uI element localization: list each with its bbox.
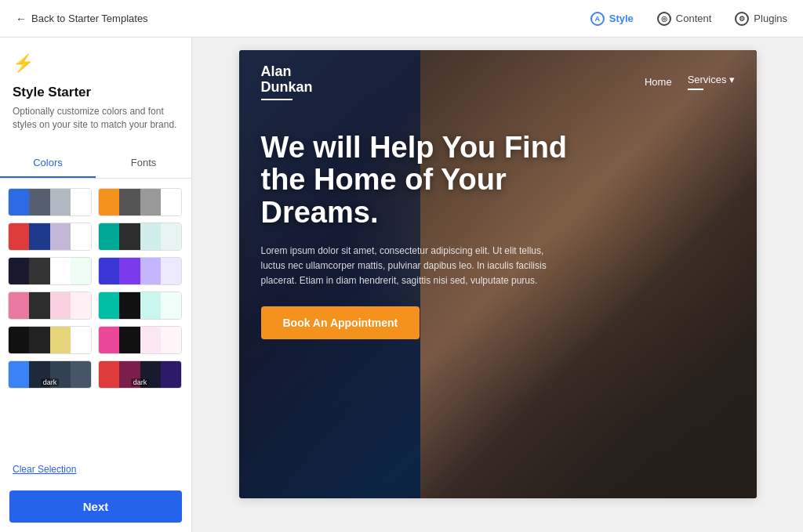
palette-5[interactable]	[8, 257, 92, 285]
nav-underline	[688, 89, 703, 90]
palette-row-6: dark dark	[8, 360, 183, 389]
palette-row-4	[8, 291, 183, 320]
top-navigation: ← Back to Starter Templates A Style ◎ Co…	[0, 0, 803, 38]
services-chevron-icon: ▾	[729, 74, 735, 85]
color-palettes-grid: dark dark	[0, 179, 191, 461]
sidebar-header: ⚡ Style Starter Optionally customize col…	[0, 38, 191, 139]
back-label: Back to Starter Templates	[31, 13, 148, 24]
palette-6[interactable]	[98, 257, 182, 285]
palette-row-5	[8, 326, 183, 354]
palette-row-3	[8, 257, 183, 285]
sidebar-tabs: Colors Fonts	[0, 149, 191, 179]
site-brand-line2: Dunkan	[261, 80, 313, 96]
hero-title: We will Help You Find the Home of Your D…	[261, 132, 598, 230]
content-tab-label: Content	[676, 13, 712, 24]
site-brand: Alan Dunkan	[261, 64, 313, 100]
nav-home-link[interactable]: Home	[645, 76, 672, 88]
dark-label-1: dark	[41, 378, 60, 386]
site-hero: We will Help You Find the Home of Your D…	[239, 108, 757, 339]
sidebar: ⚡ Style Starter Optionally customize col…	[0, 38, 192, 532]
style-tab-label: Style	[609, 13, 634, 24]
cta-button[interactable]: Book An Appointment	[261, 306, 420, 339]
tab-plugins[interactable]: ⚙ Plugins	[735, 12, 787, 26]
back-arrow-icon: ←	[16, 13, 27, 25]
palette-row-1	[8, 188, 183, 216]
site-brand-line1: Alan	[261, 64, 313, 80]
hero-body: Lorem ipsum dolor sit amet, consectetur …	[261, 244, 559, 289]
palette-row-2	[8, 223, 183, 251]
fonts-tab[interactable]: Fonts	[96, 149, 191, 178]
logo-icon: ⚡	[13, 53, 34, 73]
next-button[interactable]: Next	[9, 490, 182, 523]
colors-tab[interactable]: Colors	[0, 149, 96, 178]
palette-8[interactable]	[98, 291, 182, 320]
top-nav-tabs: A Style ◎ Content ⚙ Plugins	[590, 12, 787, 26]
tab-content[interactable]: ◎ Content	[657, 12, 712, 26]
sidebar-logo: ⚡	[13, 53, 179, 74]
site-preview: Alan Dunkan Home Services ▾	[239, 50, 757, 498]
palette-dark-1[interactable]: dark	[8, 360, 92, 389]
palette-3[interactable]	[8, 223, 92, 251]
site-navigation: Alan Dunkan Home Services ▾	[239, 50, 757, 108]
dark-label-2: dark	[131, 378, 150, 386]
sidebar-description: Optionally customize colors and font sty…	[13, 105, 179, 132]
sidebar-title: Style Starter	[13, 85, 179, 100]
plugins-tab-label: Plugins	[754, 13, 787, 24]
palette-10[interactable]	[98, 326, 182, 354]
palette-1[interactable]	[8, 188, 92, 216]
palette-2[interactable]	[98, 188, 182, 216]
palette-4[interactable]	[98, 223, 182, 251]
tab-style[interactable]: A Style	[590, 12, 634, 26]
palette-9[interactable]	[8, 326, 92, 354]
plugins-tab-icon: ⚙	[735, 12, 749, 26]
preview-area: Alan Dunkan Home Services ▾	[192, 38, 803, 532]
back-to-templates-link[interactable]: ← Back to Starter Templates	[16, 13, 148, 25]
main-layout: ⚡ Style Starter Optionally customize col…	[0, 38, 803, 532]
style-tab-icon: A	[590, 12, 605, 26]
clear-selection-link[interactable]: Clear Selection	[0, 461, 191, 484]
content-tab-icon: ◎	[657, 12, 671, 26]
palette-7[interactable]	[8, 291, 92, 320]
nav-services-link[interactable]: Services ▾	[688, 74, 735, 85]
preview-frame: Alan Dunkan Home Services ▾	[239, 50, 757, 498]
palette-dark-2[interactable]: dark	[98, 360, 182, 389]
brand-underline	[261, 99, 292, 100]
site-nav-links: Home Services ▾	[645, 74, 735, 90]
